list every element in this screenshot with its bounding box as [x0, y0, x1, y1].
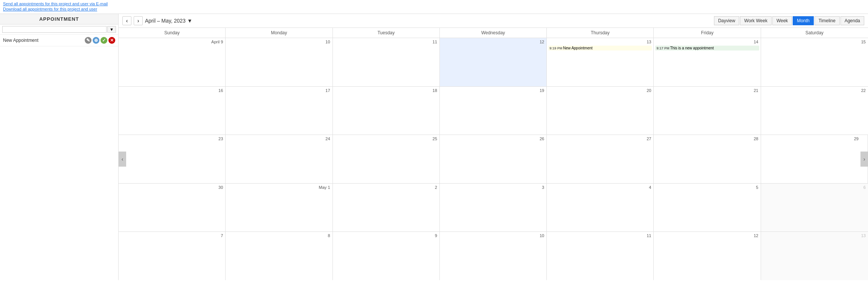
month-title-button[interactable]: April – May, 2023 ▼ [145, 18, 192, 24]
day-cell[interactable]: 17 [226, 87, 333, 135]
day-number: 22 [763, 87, 866, 93]
day-cell[interactable]: 9 [333, 232, 440, 280]
day-cell[interactable]: 23 [119, 135, 226, 183]
day-cell[interactable]: 3 [440, 184, 547, 232]
view-timeline-button[interactable]: Timeline [815, 16, 840, 25]
day-header-saturday: Saturday [761, 28, 868, 38]
day-number: 10 [441, 233, 545, 239]
day-cell[interactable]: 29 [761, 135, 868, 183]
day-cell[interactable]: 27 [547, 135, 654, 183]
delete-appointment-button[interactable]: ✕ [108, 37, 115, 44]
day-cell[interactable]: 11 [547, 232, 654, 280]
day-number: 5 [655, 184, 759, 190]
day-number: 6 [763, 184, 866, 190]
day-number: 24 [227, 136, 331, 142]
calendar-title: April – May, 2023 [145, 18, 186, 24]
week-row: 30 May 1 2 3 4 5 6 [119, 184, 868, 232]
day-number: 23 [127, 136, 224, 142]
prev-month-button[interactable]: ‹ [122, 16, 131, 25]
day-cell[interactable]: 13 9:19 PM New Appointment [547, 38, 654, 86]
day-number: 9 [334, 233, 438, 239]
day-cell[interactable]: 28 [654, 135, 761, 183]
day-cell[interactable]: 4 [547, 184, 654, 232]
day-number: 2 [334, 184, 438, 190]
day-number: May 1 [227, 184, 331, 190]
day-number: 11 [548, 233, 652, 239]
day-cell[interactable]: 11 [333, 38, 440, 86]
day-cell[interactable]: 24 [226, 135, 333, 183]
day-cell[interactable]: 22 [761, 87, 868, 135]
download-link[interactable]: Download all appointments for this proje… [3, 7, 865, 11]
day-cell[interactable]: 6 [761, 184, 868, 232]
day-number: 11 [334, 39, 438, 45]
search-input[interactable] [2, 26, 107, 33]
day-cell[interactable]: 20 [547, 87, 654, 135]
confirm-appointment-button[interactable]: ✓ [101, 37, 107, 44]
appointment-header: APPOINTMENT [0, 14, 118, 25]
day-header-tuesday: Tuesday [333, 28, 440, 38]
day-number: 21 [655, 87, 759, 93]
day-header-wednesday: Wednesday [440, 28, 547, 38]
send-email-link[interactable]: Send all appointments for this project a… [3, 2, 865, 6]
day-number: 28 [655, 136, 759, 142]
day-number: 29 [763, 136, 859, 142]
view-dayview-button[interactable]: Dayview [714, 16, 739, 25]
next-month-button[interactable]: › [134, 16, 143, 25]
day-number: 19 [441, 87, 545, 93]
week-row: ‹ 23 24 25 26 27 28 29 › [119, 135, 868, 184]
day-number: 12 [441, 39, 545, 45]
day-cell[interactable]: 18 [333, 87, 440, 135]
new-appointment-label: New Appointment [3, 38, 38, 43]
day-number: 8 [227, 233, 331, 239]
day-cell[interactable]: 10 [226, 38, 333, 86]
day-cell[interactable]: 8 [226, 232, 333, 280]
day-number: 3 [441, 184, 545, 190]
day-cell[interactable]: 14 9:17 PM This is a new appointment [654, 38, 761, 86]
day-number: 12 [655, 233, 759, 239]
copy-appointment-button[interactable]: ⊕ [93, 37, 99, 44]
day-cell[interactable]: 12 [654, 232, 761, 280]
day-cell-today[interactable]: 12 [440, 38, 547, 86]
day-cell[interactable]: 30 [119, 184, 226, 232]
day-cell[interactable]: 13 [761, 232, 868, 280]
day-number: 13 [763, 233, 866, 239]
day-cell[interactable]: 10 [440, 232, 547, 280]
event-item[interactable]: 9:19 PM New Appointment [548, 46, 652, 51]
day-number: 16 [120, 87, 224, 93]
day-cell[interactable]: 15 [761, 38, 868, 86]
week-row: April 9 10 11 12 13 [119, 38, 868, 87]
calendar-grid: Sunday Monday Tuesday Wednesday Thursday… [119, 28, 868, 280]
day-number: 30 [120, 184, 224, 190]
left-panel: APPOINTMENT ▼ New Appointment ✎ ⊕ ✓ ✕ [0, 14, 119, 280]
event-title: New Appointment [563, 46, 592, 50]
day-cell[interactable]: 21 [654, 87, 761, 135]
view-month-button[interactable]: Month [793, 16, 813, 25]
day-cell[interactable]: 16 [119, 87, 226, 135]
view-week-button[interactable]: Week [772, 16, 792, 25]
day-cell[interactable]: 2 [333, 184, 440, 232]
day-number: 4 [548, 184, 652, 190]
day-cell[interactable]: 7 [119, 232, 226, 280]
event-item[interactable]: 9:17 PM This is a new appointment [655, 46, 759, 51]
calendar-next-side-button[interactable]: › [860, 152, 868, 167]
day-number: 10 [227, 39, 331, 45]
day-number: April 9 [120, 39, 224, 45]
event-time: 9:17 PM [656, 46, 669, 50]
calendar-header: ‹ › April – May, 2023 ▼ Dayview Work Wee… [119, 14, 868, 28]
search-filter-button[interactable]: ▼ [107, 26, 116, 33]
day-cell[interactable]: 26 [440, 135, 547, 183]
view-workweek-button[interactable]: Work Week [740, 16, 772, 25]
view-agenda-button[interactable]: Agenda [841, 16, 864, 25]
day-cell[interactable]: 19 [440, 87, 547, 135]
view-buttons: Dayview Work Week Week Month Timeline Ag… [714, 16, 864, 25]
day-cell[interactable]: 25 [333, 135, 440, 183]
edit-appointment-button[interactable]: ✎ [85, 37, 92, 44]
day-number: 20 [548, 87, 652, 93]
day-cell[interactable]: April 9 [119, 38, 226, 86]
day-number: 26 [441, 136, 545, 142]
calendar-prev-side-button[interactable]: ‹ [119, 152, 126, 167]
day-cell[interactable]: May 1 [226, 184, 333, 232]
day-number: 27 [548, 136, 652, 142]
day-cell[interactable]: 5 [654, 184, 761, 232]
day-number: 25 [334, 136, 438, 142]
